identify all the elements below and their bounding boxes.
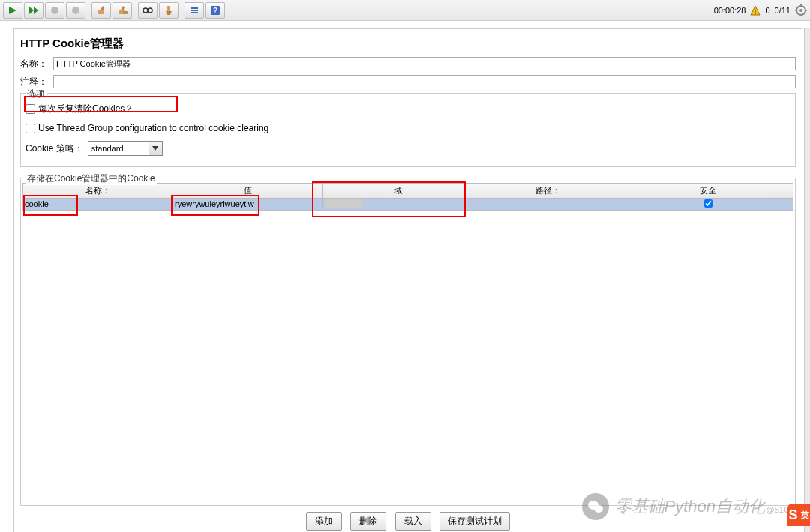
th-value: 值	[173, 184, 323, 198]
policy-label: Cookie 策略：	[26, 142, 83, 155]
use-thread-group-label: Use Thread Group configuration to contro…	[38, 123, 268, 133]
elapsed-time: 00:00:28	[714, 6, 746, 15]
th-path: 路径：	[473, 184, 623, 198]
save-button[interactable]: 保存测试计划	[440, 512, 510, 531]
svg-rect-7	[121, 6, 124, 11]
chevron-down-icon[interactable]	[148, 142, 162, 155]
cookie-table-row[interactable]: cookie ryewrywuieyriwueytiw xxxxxxxxx	[22, 199, 794, 211]
vertical-scrollbar[interactable]	[804, 28, 810, 532]
comment-row: 注释：	[20, 75, 796, 88]
svg-point-29	[594, 505, 603, 513]
name-row: 名称：	[20, 57, 796, 70]
function-helper-button[interactable]	[184, 2, 204, 19]
watermark-text: 零基础Python自动化	[615, 495, 766, 518]
thread-count: 0/11	[775, 6, 790, 15]
name-input[interactable]	[53, 57, 796, 70]
reset-search-button[interactable]	[159, 2, 178, 19]
gear-icon[interactable]	[795, 4, 807, 16]
add-button[interactable]: 添加	[306, 512, 342, 531]
options-legend: 选项	[26, 88, 46, 100]
delete-button[interactable]: 删除	[350, 512, 386, 531]
policy-input[interactable]	[88, 143, 148, 154]
cookies-legend: 存储在Cookie管理器中的Cookie	[26, 172, 157, 185]
toolbar-status: 00:00:28 ! 0 0/11	[714, 4, 807, 16]
use-thread-group-checkbox[interactable]	[26, 124, 35, 133]
shutdown-button[interactable]	[66, 2, 86, 19]
secure-checkbox[interactable]	[704, 199, 712, 208]
clear-each-iteration-checkbox[interactable]	[26, 104, 35, 114]
clear-each-iteration-row: 每次反复清除Cookies？	[26, 103, 790, 115]
svg-point-4	[72, 7, 80, 14]
comment-input[interactable]	[53, 75, 796, 88]
svg-rect-16	[190, 12, 198, 13]
th-secure: 安全	[623, 184, 793, 198]
comment-label: 注释：	[20, 76, 53, 88]
svg-rect-5	[100, 6, 104, 11]
svg-rect-13	[167, 6, 170, 11]
svg-marker-0	[9, 7, 16, 14]
clear-each-iteration-label: 每次反复清除Cookies？	[38, 103, 134, 115]
panel-title: HTTP Cookie管理器	[20, 37, 796, 51]
search-button[interactable]	[138, 2, 158, 19]
svg-rect-9	[123, 11, 128, 14]
svg-point-11	[148, 8, 152, 13]
svg-marker-1	[29, 7, 34, 14]
td-name[interactable]: cookie	[23, 199, 173, 210]
svg-point-22	[800, 9, 802, 12]
svg-rect-6	[98, 10, 104, 14]
wechat-icon	[582, 493, 609, 520]
load-button[interactable]: 载入	[395, 512, 431, 531]
warning-count: 0	[765, 6, 770, 15]
th-name: 名称：	[23, 184, 173, 198]
toolbar: ? 00:00:28 ! 0 0/11	[0, 0, 810, 21]
td-domain[interactable]: xxxxxxxxx	[323, 199, 473, 210]
sogou-ime-badge[interactable]: S英	[788, 504, 810, 526]
td-value[interactable]: ryewrywuieyriwueytiw	[173, 199, 323, 210]
name-label: 名称：	[20, 58, 53, 70]
options-fieldset: 选项 每次反复清除Cookies？ Use Thread Group confi…	[20, 93, 796, 167]
help-button[interactable]: ?	[206, 2, 225, 19]
svg-rect-15	[190, 10, 198, 11]
use-thread-group-row: Use Thread Group configuration to contro…	[26, 123, 790, 133]
th-domain: 域	[323, 184, 473, 198]
svg-point-3	[51, 7, 58, 14]
stop-button[interactable]	[45, 2, 64, 19]
svg-text:!: !	[754, 8, 757, 16]
td-path[interactable]	[473, 199, 623, 210]
warning-icon[interactable]: !	[750, 5, 760, 16]
run-button[interactable]	[3, 2, 22, 19]
cookies-fieldset: 存储在Cookie管理器中的Cookie 名称： 值 域 路径： 安全 cook…	[20, 178, 796, 506]
svg-point-10	[143, 8, 148, 13]
policy-row: Cookie 策略：	[26, 141, 790, 156]
policy-combo[interactable]	[88, 141, 163, 156]
clear-all-button[interactable]	[112, 2, 132, 19]
cookie-table-header: 名称： 值 域 路径： 安全	[22, 183, 794, 199]
svg-marker-2	[34, 7, 38, 14]
watermark: 零基础Python自动化	[582, 493, 766, 520]
td-secure[interactable]	[623, 199, 793, 210]
svg-rect-14	[190, 7, 198, 9]
clear-button[interactable]	[92, 2, 111, 19]
run-no-pause-button[interactable]	[24, 2, 44, 19]
svg-marker-27	[152, 146, 158, 151]
cookie-manager-panel: HTTP Cookie管理器 名称： 注释： 选项 每次反复清除Cookies？…	[14, 28, 802, 532]
svg-text:?: ?	[213, 7, 218, 15]
